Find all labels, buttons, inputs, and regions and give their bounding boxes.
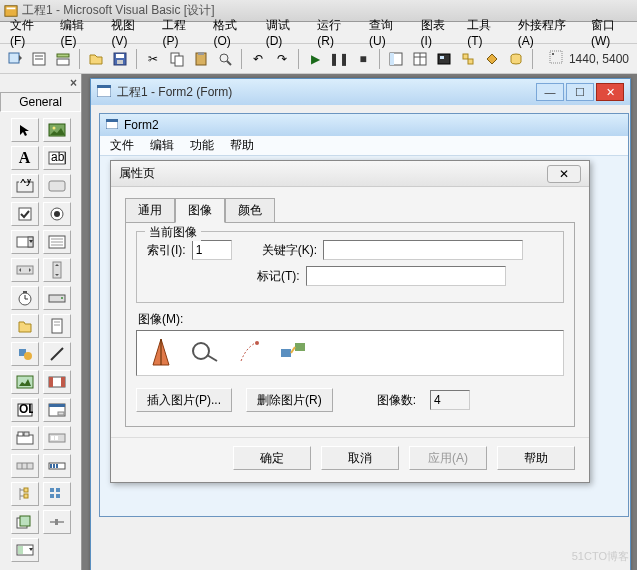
treeview-tool-icon[interactable] <box>11 482 39 506</box>
objectbrowser-icon[interactable] <box>457 48 479 70</box>
dataview-icon[interactable] <box>505 48 527 70</box>
maximize-button[interactable]: ☐ <box>566 83 594 101</box>
statusbar-tool-icon[interactable] <box>11 454 39 478</box>
paste-icon[interactable] <box>190 48 212 70</box>
apply-button[interactable]: 应用(A) <box>409 446 487 470</box>
slider-tool-icon[interactable] <box>43 510 71 534</box>
svg-rect-9 <box>116 54 124 58</box>
addmodule-icon[interactable] <box>28 48 50 70</box>
form2-menu-edit[interactable]: 编辑 <box>150 137 174 154</box>
insert-picture-button[interactable]: 插入图片(P)... <box>136 388 232 412</box>
listview-tool-icon[interactable] <box>43 482 71 506</box>
form2-menu-file[interactable]: 文件 <box>110 137 134 154</box>
help-button[interactable]: 帮助 <box>497 446 575 470</box>
svg-rect-88 <box>50 488 54 492</box>
form2-menu-help[interactable]: 帮助 <box>230 137 254 154</box>
tab-general[interactable]: 通用 <box>125 198 175 223</box>
image-item-4[interactable] <box>279 339 309 368</box>
frame-tool-icon[interactable]: xy <box>11 174 39 198</box>
dirlistbox-tool-icon[interactable] <box>11 314 39 338</box>
label-tool-icon[interactable]: A <box>11 146 39 170</box>
image-item-3[interactable] <box>237 339 263 368</box>
form2-menu-func[interactable]: 功能 <box>190 137 214 154</box>
menu-edit[interactable]: 编辑(E) <box>54 15 103 50</box>
tabstrip-tool-icon[interactable] <box>11 426 39 450</box>
filelistbox-tool-icon[interactable] <box>43 314 71 338</box>
toolbar-tool-icon[interactable] <box>43 426 71 450</box>
minimize-button[interactable]: — <box>536 83 564 101</box>
menu-window[interactable]: 窗口(W) <box>585 15 637 50</box>
ok-button[interactable]: 确定 <box>233 446 311 470</box>
tab-image[interactable]: 图像 <box>175 198 225 223</box>
optionbutton-tool-icon[interactable] <box>43 202 71 226</box>
menu-run[interactable]: 运行(R) <box>311 15 361 50</box>
project-explorer-icon[interactable] <box>385 48 407 70</box>
image-tool-icon[interactable] <box>11 370 39 394</box>
ole-tool-icon[interactable]: OLE <box>11 398 39 422</box>
break-icon[interactable]: ❚❚ <box>328 48 350 70</box>
menu-file[interactable]: 文件(F) <box>4 15 52 50</box>
main-menubar[interactable]: 文件(F) 编辑(E) 视图(V) 工程(P) 格式(O) 调试(D) 运行(R… <box>0 22 637 44</box>
hscrollbar-tool-icon[interactable] <box>11 258 39 282</box>
menu-query[interactable]: 查询(U) <box>363 15 413 50</box>
svg-rect-75 <box>55 436 58 440</box>
index-input[interactable] <box>192 240 232 260</box>
tab-color[interactable]: 颜色 <box>225 198 275 223</box>
toolbox-icon[interactable] <box>481 48 503 70</box>
listbox-tool-icon[interactable] <box>43 230 71 254</box>
textbox-tool-icon[interactable]: ab| <box>43 146 71 170</box>
drivelistbox-tool-icon[interactable] <box>43 286 71 310</box>
menu-view[interactable]: 视图(V) <box>105 15 154 50</box>
redo-icon[interactable]: ↷ <box>271 48 293 70</box>
image-item-2[interactable] <box>191 341 221 366</box>
menu-addins[interactable]: 外接程序(A) <box>512 15 583 50</box>
imagecombo-tool-icon[interactable] <box>11 538 39 562</box>
svg-rect-82 <box>56 464 58 468</box>
svg-rect-63 <box>49 377 53 387</box>
copy-icon[interactable] <box>166 48 188 70</box>
close-button[interactable]: ✕ <box>596 83 624 101</box>
menu-format[interactable]: 格式(O) <box>207 15 257 50</box>
undo-icon[interactable]: ↶ <box>247 48 269 70</box>
pointer-tool-icon[interactable] <box>11 118 39 142</box>
menueditor-icon[interactable] <box>52 48 74 70</box>
line-tool-icon[interactable] <box>43 342 71 366</box>
svg-rect-93 <box>20 516 30 526</box>
progressbar-tool-icon[interactable] <box>43 454 71 478</box>
commondialog-tool-icon[interactable] <box>43 398 71 422</box>
form2-menubar[interactable]: 文件 编辑 功能 帮助 <box>100 136 628 156</box>
timer-tool-icon[interactable] <box>11 286 39 310</box>
save-icon[interactable] <box>109 48 131 70</box>
dialog-close-button[interactable]: ✕ <box>547 165 581 183</box>
delete-picture-button[interactable]: 删除图片(R) <box>246 388 333 412</box>
properties-icon[interactable] <box>409 48 431 70</box>
image-item-1[interactable] <box>147 335 175 372</box>
find-icon[interactable] <box>214 48 236 70</box>
start-icon[interactable]: ▶ <box>304 48 326 70</box>
toolbox-close-icon[interactable]: × <box>70 76 77 90</box>
cancel-button[interactable]: 取消 <box>321 446 399 470</box>
imagelist-tool-icon[interactable] <box>11 510 39 534</box>
shape-tool-icon[interactable] <box>11 342 39 366</box>
key-input[interactable] <box>323 240 523 260</box>
end-icon[interactable]: ■ <box>352 48 374 70</box>
tag-input[interactable] <box>306 266 506 286</box>
image-list-strip[interactable] <box>136 330 564 376</box>
data-tool-icon[interactable] <box>43 370 71 394</box>
commandbutton-tool-icon[interactable] <box>43 174 71 198</box>
picturebox-tool-icon[interactable] <box>43 118 71 142</box>
open-icon[interactable] <box>85 48 107 70</box>
formlayout-icon[interactable] <box>433 48 455 70</box>
svg-rect-52 <box>23 291 27 293</box>
addform-dropdown-icon[interactable] <box>4 48 26 70</box>
svg-rect-76 <box>17 463 33 469</box>
combobox-tool-icon[interactable] <box>11 230 39 254</box>
menu-diagram[interactable]: 图表(I) <box>415 15 460 50</box>
menu-tools[interactable]: 工具(T) <box>461 15 509 50</box>
menu-debug[interactable]: 调试(D) <box>260 15 310 50</box>
menu-project[interactable]: 工程(P) <box>156 15 205 50</box>
vscrollbar-tool-icon[interactable] <box>43 258 71 282</box>
checkbox-tool-icon[interactable] <box>11 202 39 226</box>
cut-icon[interactable]: ✂ <box>142 48 164 70</box>
current-image-label: 当前图像 <box>145 224 201 241</box>
